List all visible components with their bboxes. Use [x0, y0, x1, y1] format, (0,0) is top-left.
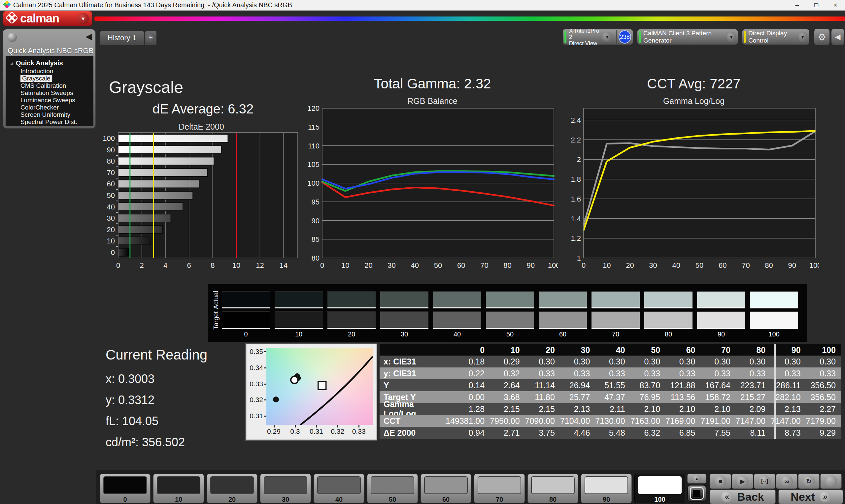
- cct-avg-heading: CCT Avg: 7227: [568, 76, 819, 92]
- svg-text:0: 0: [111, 248, 115, 257]
- svg-text:100: 100: [103, 134, 115, 143]
- pattern-level-label: 100: [635, 496, 685, 503]
- record-button[interactable]: [820, 474, 842, 489]
- pattern-level-button-0[interactable]: 0: [100, 474, 151, 503]
- deltae-2000-bar-chart: 024681012140102030405060708090100: [102, 131, 300, 272]
- pattern-dropdown-arrow[interactable]: ▼: [727, 32, 736, 42]
- sidebar-item-saturation-sweeps[interactable]: Saturation Sweeps: [20, 89, 93, 97]
- table-cell: 8.11: [736, 427, 771, 439]
- tab-history-1[interactable]: History 1: [100, 30, 144, 45]
- minimize-button[interactable]: –: [788, 0, 807, 10]
- svg-text:0: 0: [116, 261, 120, 269]
- maximize-button[interactable]: □: [807, 0, 826, 10]
- sidebar-collapse-icon[interactable]: ◀: [86, 31, 92, 41]
- target-swatch-30: [380, 311, 428, 328]
- sidebar-knob-icon[interactable]: [7, 33, 17, 42]
- meter-status-indicator: [564, 31, 566, 43]
- sidebar-item-cms-calibration[interactable]: CMS Calibration: [20, 82, 93, 89]
- table-column-header: 20: [525, 344, 560, 356]
- total-gamma-heading: Total Gamma: 2.32: [307, 76, 558, 92]
- svg-text:95: 95: [312, 198, 319, 206]
- record-icon: [825, 475, 837, 487]
- settings-button[interactable]: ⚙: [814, 29, 830, 46]
- pattern-level-button-30[interactable]: 30: [260, 474, 311, 503]
- cie-chromaticity-chart: 0.350.340.330.320.310.290.30.310.320.33: [246, 344, 376, 440]
- continuous-button[interactable]: ∞: [776, 474, 797, 489]
- add-tab-button[interactable]: +: [145, 30, 157, 45]
- table-cell: 11.80: [525, 391, 560, 403]
- sidebar-item-colorchecker[interactable]: ColorChecker: [20, 104, 93, 111]
- pattern-level-button-40[interactable]: 40: [314, 474, 365, 503]
- svg-text:2.4: 2.4: [571, 116, 581, 124]
- meter-reading-badge[interactable]: 238: [619, 30, 631, 43]
- cie-y-tick-label: 0.33: [247, 380, 263, 388]
- back-button[interactable]: «Back: [710, 489, 776, 504]
- svg-text:10: 10: [232, 261, 240, 269]
- logo-dropdown-arrow[interactable]: ▼: [77, 13, 89, 24]
- svg-text:30: 30: [107, 214, 115, 222]
- calman-logo-menu-button[interactable]: calman ▼: [3, 11, 92, 26]
- svg-text:80: 80: [312, 254, 319, 262]
- table-column-header: 0: [446, 344, 490, 356]
- display-control-button[interactable]: Direct Display Control ▼: [742, 29, 809, 45]
- swatch-underline: [275, 307, 323, 308]
- table-cell: 7179.00: [806, 415, 841, 427]
- table-column-header: 60: [666, 344, 700, 356]
- collapse-panel-button[interactable]: ◀: [831, 29, 844, 46]
- swatch-underline: [697, 328, 745, 329]
- pattern-level-button-10[interactable]: 10: [153, 474, 204, 503]
- chevron-left-icon: ◀: [835, 33, 841, 41]
- table-column-header: 50: [631, 344, 666, 356]
- stop-button[interactable]: ■: [710, 474, 731, 489]
- tree-root-label: Quick Analysis: [16, 59, 63, 67]
- sidebar-item-quick-analysis[interactable]: ◢ Quick Analysis: [10, 59, 93, 67]
- refresh-icon: ↻: [803, 475, 815, 487]
- refresh-button[interactable]: ↻: [798, 474, 820, 489]
- pattern-level-label: 80: [528, 496, 578, 503]
- pattern-level-button-90[interactable]: 90: [581, 474, 632, 503]
- cie-x-tick: [316, 425, 317, 428]
- sidebar-item-introduction[interactable]: Introduction: [20, 68, 93, 75]
- back-label: Back: [737, 490, 764, 503]
- rainbow-accent-strip: [94, 17, 845, 21]
- tree-expander-icon[interactable]: ◢: [10, 61, 13, 66]
- pattern-generator-button[interactable]: CalMAN Client 3 Pattern Generator ▼: [637, 29, 738, 45]
- table-cell: 1.28: [446, 403, 490, 415]
- pattern-swatch: [424, 476, 468, 494]
- next-button[interactable]: Next»: [778, 489, 843, 504]
- pattern-window-button[interactable]: [687, 485, 706, 502]
- window-title: Calman 2025 Calman Ultimate for Business…: [13, 1, 292, 9]
- svg-text:90: 90: [107, 146, 115, 154]
- sidebar-item-grayscale[interactable]: Grayscale: [20, 75, 93, 82]
- svg-text:30: 30: [649, 261, 657, 269]
- svg-text:70: 70: [742, 261, 750, 269]
- table-cell: 7147.00: [736, 415, 771, 427]
- table-cell: 3.75: [525, 427, 560, 439]
- current-reading-block: Current Reading x: 0.3003y: 0.3312fL: 10…: [106, 347, 207, 449]
- step-button[interactable]: [··]: [754, 474, 775, 489]
- pattern-level-button-100[interactable]: 100: [634, 474, 685, 503]
- sidebar-item-spectral-power-dist-[interactable]: Spectral Power Dist.: [20, 119, 93, 126]
- table-cell: 2.64: [490, 379, 525, 391]
- actual-swatch-50: [486, 291, 534, 307]
- meter-label: X-Rite i1Pro 2Direct View: [569, 28, 602, 47]
- pattern-window-up-button[interactable]: ▲: [687, 474, 706, 484]
- cie-x-tick: [295, 425, 296, 428]
- pattern-level-button-60[interactable]: 60: [421, 474, 471, 503]
- swatch-underline: [433, 307, 481, 308]
- table-scrollbar[interactable]: [774, 344, 776, 439]
- sidebar-item-screen-uniformity[interactable]: Screen Uniformity: [20, 111, 93, 119]
- svg-text:1: 1: [577, 254, 581, 262]
- close-button[interactable]: ×: [826, 0, 845, 10]
- display-dropdown-arrow[interactable]: ▼: [798, 32, 807, 42]
- pattern-level-button-80[interactable]: 80: [527, 474, 578, 503]
- cie-y-tick-label: 0.35: [247, 348, 263, 356]
- meter-dropdown-arrow[interactable]: ▼: [602, 32, 612, 42]
- play-button[interactable]: ▶: [732, 474, 753, 489]
- pattern-level-button-70[interactable]: 70: [474, 474, 525, 503]
- pattern-level-button-20[interactable]: 20: [207, 474, 258, 503]
- pattern-level-button-50[interactable]: 50: [367, 474, 418, 503]
- sidebar-item-luminance-sweeps[interactable]: Luminance Sweeps: [20, 97, 93, 104]
- meter-select-button[interactable]: X-Rite i1Pro 2Direct View ▼ 238: [562, 29, 633, 45]
- table-cell: 0.22: [446, 367, 490, 379]
